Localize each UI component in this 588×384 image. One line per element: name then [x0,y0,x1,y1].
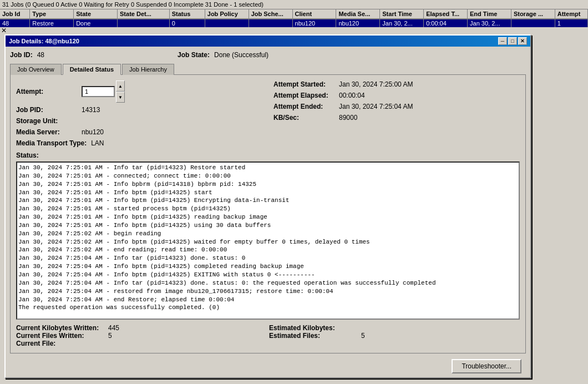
cell-policy [205,19,249,27]
troubleshooter-button[interactable]: Troubleshooter... [452,359,521,373]
col-header-elapsed[interactable]: Elapsed T... [424,9,468,18]
status-log[interactable]: Jan 30, 2024 7:25:01 AM - Info tar (pid=… [16,161,520,320]
btn-row: Troubleshooter... [10,359,526,373]
bottom-stats-left: Current Kilobytes Written: 445 Current F… [16,324,267,347]
form-right: Attempt Started: Jan 30, 2024 7:25:00 AM… [273,80,520,147]
col-header-client[interactable]: Client [293,9,337,18]
attempt-up-button[interactable]: ▲ [116,80,125,92]
cell-attempt: 1 [555,19,588,27]
top-bar: 31 Jobs (0 Queued 0 Active 0 Waiting for… [0,0,588,9]
col-header-storage[interactable]: Storage ... [511,9,555,18]
attempt-started-value: Jan 30, 2024 7:25:00 AM [339,80,413,88]
dialog-title-buttons: ─ □ ✕ [498,37,527,45]
attempt-row: Attempt: ▲ ▼ [16,80,262,103]
attempt-input[interactable] [82,86,115,97]
est-kb-row: Estimated Kilobytes: [269,324,520,332]
form-grid: Attempt: ▲ ▼ [16,80,520,147]
col-header-policy[interactable]: Job Policy [205,9,249,18]
log-line: Jan 30, 2024 7:25:02 AM - Info bptm (pid… [18,238,518,246]
status-section: Status: Jan 30, 2024 7:25:01 AM - Info t… [16,151,520,320]
log-line: Jan 30, 2024 7:25:01 AM - Info tar (pid=… [18,164,518,172]
attempt-started-label: Attempt Started: [273,80,334,88]
attempt-label: Attempt: [16,88,77,95]
table-header: Job Id Type State State Det... Status Jo… [0,9,588,19]
cell-jobid: 48 [0,19,30,27]
maximize-button[interactable]: □ [508,37,517,45]
dialog-titlebar: Job Details: 48@nbu120 ─ □ ✕ [6,36,530,47]
cell-client: nbu120 [293,19,337,27]
job-pid-row: Job PID: 14313 [16,106,262,114]
log-line: Jan 30, 2024 7:25:01 AM - Info bptm (pid… [18,221,518,230]
storage-unit-row: Storage Unit: [16,117,262,125]
col-header-state[interactable]: State [74,9,118,18]
col-header-statedet[interactable]: State Det... [118,9,170,18]
form-left: Attempt: ▲ ▼ [16,80,262,147]
dialog-content: Job ID: 48 Job State: Done (Successful) … [6,47,530,378]
media-transport-value: LAN [91,139,104,147]
log-line: Jan 30, 2024 7:25:04 AM - restored from … [18,287,518,296]
log-line: Jan 30, 2024 7:25:01 AM - connected; con… [18,172,518,180]
attempt-ended-label: Attempt Ended: [273,103,334,110]
log-line: Jan 30, 2024 7:25:02 AM - end reading; r… [18,246,518,254]
cell-storage [511,19,555,27]
bottom-stats-right: Estimated Kilobytes: Estimated Files: 5 [269,324,520,347]
top-bar-title: 31 Jobs (0 Queued 0 Active 0 Waiting for… [2,1,263,8]
attempt-ended-row: Attempt Ended: Jan 30, 2024 7:25:04 AM [273,103,520,110]
minimize-button[interactable]: ─ [498,37,507,45]
cell-type: Restore [30,19,74,27]
tab-content: Attempt: ▲ ▼ [10,74,526,353]
attempt-elapsed-label: Attempt Elapsed: [273,92,334,99]
tab-job-hierarchy[interactable]: Job Hierarchy [122,64,174,75]
cell-status: 0 [170,19,205,27]
log-line: Jan 30, 2024 7:25:04 AM - Info tar (pid=… [18,254,518,262]
tab-job-overview[interactable]: Job Overview [10,64,62,75]
col-header-mediase[interactable]: Media Se... [336,9,380,18]
col-header-attempt[interactable]: Attempt [555,9,588,18]
attempt-spinner: ▲ ▼ [82,80,125,103]
log-line: Jan 30, 2024 7:25:04 AM - Info bptm (pid… [18,262,518,271]
media-transport-label: Media Transport Type: [16,139,87,147]
job-details-dialog: Job Details: 48@nbu120 ─ □ ✕ Job ID: 48 … [4,34,531,378]
tab-detailed-status[interactable]: Detailed Status [63,64,121,75]
status-section-label: Status: [16,151,520,159]
dialog-title: Job Details: 48@nbu120 [9,38,79,44]
media-server-label: Media Server: [16,128,77,136]
log-line: Jan 30, 2024 7:25:01 AM - Info bptm (pid… [18,189,518,197]
media-transport-row: Media Transport Type: LAN [16,139,262,147]
cur-kb-written-row: Current Kilobytes Written: 445 [16,324,267,332]
cur-kb-written-label: Current Kilobytes Written: [16,324,105,332]
job-pid-value: 14313 [82,106,100,114]
storage-unit-label: Storage Unit: [16,117,77,125]
cell-elapsed: 0:00:04 [424,19,468,27]
cell-state: Done [74,19,118,27]
job-id-label: Job ID: [10,51,33,59]
col-header-status[interactable]: Status [170,9,205,18]
job-state-value: Done (Successful) [214,51,268,59]
attempt-down-button[interactable]: ▼ [116,92,125,103]
attempt-ended-value: Jan 30, 2024 7:25:04 AM [339,103,413,110]
log-line: Jan 30, 2024 7:25:04 AM - Info bptm (pid… [18,271,518,279]
col-header-starttime[interactable]: Start Time [380,9,424,18]
col-header-sched[interactable]: Job Sche... [249,9,293,18]
log-line: Jan 30, 2024 7:25:02 AM - begin reading [18,230,518,238]
log-line: Jan 30, 2024 7:25:04 AM - Info tar (pid=… [18,279,518,287]
col-header-jobid[interactable]: Job Id [0,9,30,18]
col-header-endtime[interactable]: End Time [468,9,511,18]
col-header-type[interactable]: Type [30,9,74,18]
cell-statedet [118,19,170,27]
est-files-value: 5 [361,332,365,340]
close-row-icon[interactable]: ✕ [1,27,7,34]
cell-mediase: nbu120 [336,19,380,27]
job-state-label: Job State: [178,51,210,59]
cell-sched [249,19,293,27]
kbsec-label: KB/Sec: [273,114,334,122]
cell-starttime: Jan 30, 2... [380,19,424,27]
job-info-row: Job ID: 48 Job State: Done (Successful) [10,51,526,59]
table-row[interactable]: 48 Restore Done 0 nbu120 nbu120 Jan 30, … [0,19,588,27]
close-button[interactable]: ✕ [518,37,527,45]
cur-files-written-row: Current Files Written: 5 [16,332,267,340]
log-line: Jan 30, 2024 7:25:01 AM - Info bptm (pid… [18,213,518,221]
kbsec-row: KB/Sec: 89000 [273,114,520,122]
log-line: Jan 30, 2024 7:25:01 AM - Info bptm (pid… [18,196,518,205]
log-line: Jan 30, 2024 7:25:01 AM - started proces… [18,205,518,213]
